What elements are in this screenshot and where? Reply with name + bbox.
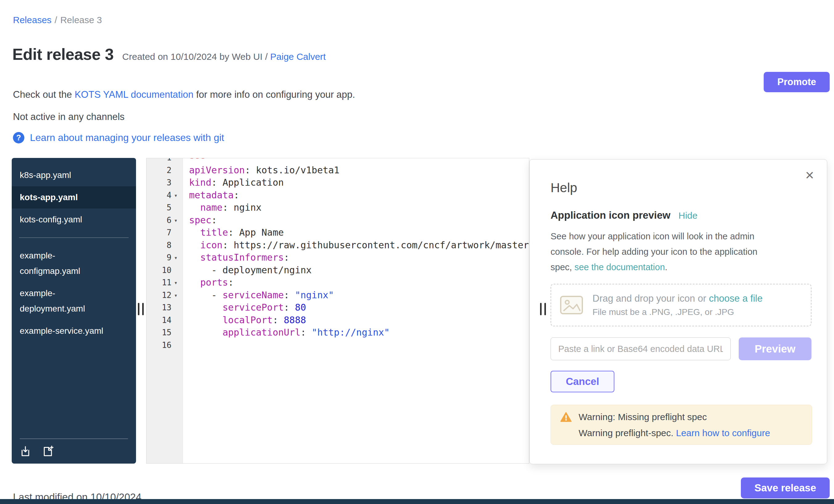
image-placeholder-icon	[560, 295, 583, 314]
code-line[interactable]: ports:	[189, 276, 529, 289]
icon-dropzone[interactable]: Drag and drop your icon or choose a file…	[551, 284, 811, 326]
promote-button[interactable]: Promote	[764, 72, 830, 92]
icon-preview-section-header: Application icon preview Hide	[551, 210, 811, 221]
code-line[interactable]: title: App Name	[189, 226, 529, 239]
gutter-line: 15	[147, 326, 182, 339]
git-help-link[interactable]: Learn about managing your releases with …	[30, 132, 224, 144]
created-text: Created on 10/10/2024 by Web UI /	[122, 51, 267, 62]
code-line[interactable]: localPort: 8888	[189, 314, 529, 327]
new-file-button[interactable]	[42, 445, 54, 457]
save-release-button[interactable]: Save release	[741, 478, 830, 499]
code-line[interactable]: applicationUrl: "http://nginx"	[189, 326, 529, 339]
code-line[interactable]: spec:	[189, 214, 529, 227]
resize-bar	[544, 303, 546, 315]
see-documentation-link[interactable]: see the documentation	[574, 262, 665, 272]
warning-icon	[560, 412, 572, 422]
gutter-line: 1	[147, 158, 182, 164]
breadcrumb-releases-link[interactable]: Releases	[13, 15, 51, 25]
preview-button[interactable]: Preview	[739, 337, 811, 360]
channel-status: Not active in any channels	[13, 111, 125, 123]
gutter-line: 6▾	[147, 214, 182, 227]
fold-arrow-icon[interactable]: ▾	[172, 217, 180, 224]
gutter-line: 16	[147, 339, 182, 352]
sidebar-file-item[interactable]: kots-app.yaml	[12, 186, 136, 209]
gutter-line: 10	[147, 264, 182, 277]
configure-preflight-link[interactable]: Learn how to configure	[676, 428, 770, 438]
breadcrumb-separator: /	[54, 15, 57, 25]
panel-resize-handle-left[interactable]	[138, 303, 144, 315]
help-panel-title: Help	[551, 159, 811, 195]
preflight-warning-box: Warning: Missing preflight spec Warning …	[551, 405, 812, 445]
fold-arrow-icon[interactable]: ▾	[172, 279, 180, 286]
dropzone-line2: File must be a .PNG, .JPEG, or .JPG	[592, 307, 763, 317]
gutter-line: 3	[147, 176, 182, 189]
icon-preview-title: Application icon preview	[551, 210, 671, 221]
git-help-row: ? Learn about managing your releases wit…	[13, 132, 224, 144]
icon-url-row: Preview	[551, 337, 811, 360]
editor-gutter: 1234▾56▾789▾1011▾12▾13141516	[147, 158, 183, 463]
code-line[interactable]: statusInformers:	[189, 251, 529, 264]
upload-file-button[interactable]	[20, 445, 32, 457]
code-line[interactable]: kind: Application	[189, 176, 529, 189]
choose-file-link[interactable]: choose a file	[709, 293, 763, 304]
gutter-line: 9▾	[147, 251, 182, 264]
code-line[interactable]: icon: https://raw.githubusercontent.com/…	[189, 239, 529, 252]
code-editor[interactable]: 1234▾56▾789▾1011▾12▾13141516 ---apiVersi…	[146, 158, 529, 464]
gutter-line: 7	[147, 226, 182, 239]
upload-file-icon	[20, 445, 32, 457]
file-group: example-configmap.yamlexample-deployment…	[12, 245, 136, 342]
code-line[interactable]: - deployment/nginx	[189, 264, 529, 277]
new-file-icon	[42, 445, 54, 457]
bottom-strip	[0, 499, 834, 504]
kots-yaml-docs-link[interactable]: KOTS YAML documentation	[75, 89, 193, 100]
icon-url-input[interactable]	[551, 337, 731, 360]
hide-link[interactable]: Hide	[679, 210, 698, 221]
dropzone-line1-text: Drag and drop your icon or	[592, 293, 709, 304]
sidebar-file-item[interactable]: example-service.yaml	[12, 320, 136, 342]
panel-resize-handle-right[interactable]	[540, 303, 546, 315]
resize-bar	[138, 303, 139, 315]
dropzone-text: Drag and drop your icon or choose a file…	[592, 293, 763, 317]
code-line[interactable]: metadata:	[189, 189, 529, 202]
created-author-link[interactable]: Paige Calvert	[270, 51, 326, 62]
cancel-button[interactable]: Cancel	[551, 371, 614, 392]
sidebar-divider	[19, 238, 129, 238]
warning-title: Warning: Missing preflight spec	[578, 412, 707, 422]
title-row: Edit release 3 Created on 10/10/2024 by …	[12, 45, 326, 64]
sidebar-file-item[interactable]: example-deployment.yaml	[12, 282, 136, 320]
code-line[interactable]: - serviceName: "nginx"	[189, 289, 529, 302]
gutter-line: 13	[147, 301, 182, 314]
icon-preview-description: See how your application icon will look …	[551, 228, 781, 275]
question-icon: ?	[13, 132, 24, 144]
dropzone-line1: Drag and drop your icon or choose a file	[592, 293, 763, 304]
gutter-line: 11▾	[147, 276, 182, 289]
sidebar-file-item[interactable]: k8s-app.yaml	[12, 164, 136, 186]
warning-row-detail: Warning preflight-spec. Learn how to con…	[578, 428, 803, 438]
gutter-line: 14	[147, 314, 182, 327]
created-info: Created on 10/10/2024 by Web UI / Paige …	[122, 51, 326, 62]
editor-gutter-lines: 1234▾56▾789▾1011▾12▾13141516	[147, 158, 182, 351]
sidebar-file-item[interactable]: kots-config.yaml	[12, 209, 136, 231]
fold-arrow-icon[interactable]: ▾	[172, 192, 180, 199]
code-line[interactable]: servicePort: 80	[189, 301, 529, 314]
breadcrumb: Releases/Release 3	[13, 15, 102, 25]
code-line[interactable]	[189, 339, 529, 352]
fold-arrow-icon[interactable]: ▾	[172, 292, 180, 299]
resize-bar	[142, 303, 144, 315]
file-group: k8s-app.yamlkots-app.yamlkots-config.yam…	[12, 158, 136, 231]
sidebar-file-item[interactable]: example-configmap.yaml	[12, 245, 136, 282]
docs-pre: Check out the	[13, 89, 75, 100]
docs-line: Check out the KOTS YAML documentation fo…	[13, 89, 355, 100]
gutter-line: 12▾	[147, 289, 182, 302]
gutter-line: 8	[147, 239, 182, 252]
fold-arrow-icon[interactable]: ▾	[172, 254, 180, 261]
editor-code-lines: ---apiVersion: kots.io/v1beta1kind: Appl…	[189, 158, 529, 351]
code-line[interactable]: name: nginx	[189, 201, 529, 214]
close-icon[interactable]: ×	[804, 168, 816, 183]
editor-code[interactable]: ---apiVersion: kots.io/v1beta1kind: Appl…	[183, 158, 529, 463]
gutter-line: 5	[147, 201, 182, 214]
code-line[interactable]: ---	[189, 158, 529, 164]
breadcrumb-current: Release 3	[60, 15, 102, 25]
code-line[interactable]: apiVersion: kots.io/v1beta1	[189, 164, 529, 177]
file-sidebar: k8s-app.yamlkots-app.yamlkots-config.yam…	[12, 158, 136, 464]
